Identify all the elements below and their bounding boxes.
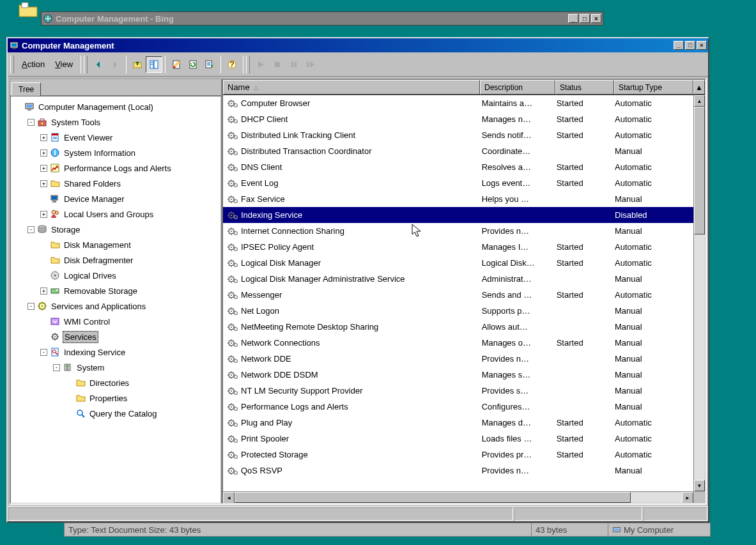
expand-toggle[interactable]: + bbox=[40, 150, 47, 157]
svg-point-92 bbox=[231, 262, 233, 264]
service-name: Distributed Link Tracking Client bbox=[241, 130, 355, 140]
bg-maximize-button[interactable]: □ bbox=[580, 14, 590, 23]
back-button[interactable] bbox=[90, 56, 107, 73]
tree-item[interactable]: +Event Viewer bbox=[12, 130, 219, 145]
scroll-right-button[interactable]: ► bbox=[682, 492, 693, 503]
service-row[interactable]: Network ConnectionsManages o…StartedManu… bbox=[223, 335, 693, 351]
service-row[interactable]: NetMeeting Remote Desktop SharingAllows … bbox=[223, 319, 693, 335]
tree-item[interactable]: Disk Management bbox=[12, 237, 219, 252]
tree-tab[interactable]: Tree bbox=[12, 82, 41, 96]
minimize-button[interactable]: _ bbox=[674, 41, 684, 50]
tree-item[interactable]: Properties bbox=[12, 390, 219, 406]
service-row[interactable]: Logical Disk ManagerLogical Disk…Started… bbox=[223, 255, 693, 271]
toolbar-handle-2[interactable] bbox=[84, 56, 88, 73]
svg-rect-38 bbox=[52, 196, 57, 199]
expand-toggle[interactable]: + bbox=[40, 165, 47, 172]
scroll-up-button[interactable]: ▲ bbox=[694, 95, 705, 107]
tree-item[interactable]: -Services and Applications bbox=[12, 298, 219, 314]
status-cell-1 bbox=[8, 507, 513, 521]
tree-item[interactable]: -Indexing Service bbox=[12, 344, 219, 360]
column-description[interactable]: Description bbox=[480, 80, 555, 95]
tree-item-label: Shared Folders bbox=[63, 178, 122, 189]
close-button[interactable]: × bbox=[697, 41, 707, 50]
expand-toggle[interactable]: + bbox=[40, 180, 47, 187]
expand-toggle[interactable]: - bbox=[40, 349, 47, 356]
vertical-scrollbar[interactable]: ▲ ▼ bbox=[693, 95, 705, 491]
tree-item[interactable]: Disk Defragmenter bbox=[12, 252, 219, 268]
svg-point-77 bbox=[231, 182, 233, 184]
horizontal-scrollbar[interactable]: ◄ ► bbox=[223, 491, 693, 503]
service-row[interactable]: Fax ServiceHelps you …Manual bbox=[223, 191, 693, 207]
tree-item[interactable]: +iSystem Information bbox=[12, 145, 219, 160]
service-row[interactable]: Event LogLogs event…StartedAutomatic bbox=[223, 175, 693, 191]
scroll-thumb-h[interactable] bbox=[235, 492, 631, 503]
export-list-button[interactable] bbox=[201, 56, 218, 73]
column-status[interactable]: Status bbox=[555, 80, 614, 95]
expand-toggle[interactable]: + bbox=[40, 134, 47, 141]
service-row[interactable]: Net LogonSupports p…Manual bbox=[223, 303, 693, 319]
properties-button[interactable] bbox=[168, 56, 185, 73]
expand-toggle[interactable]: - bbox=[27, 119, 35, 126]
scroll-down-button[interactable]: ▼ bbox=[694, 480, 705, 491]
service-row[interactable]: DNS ClientResolves a…StartedAutomatic bbox=[223, 159, 693, 175]
service-list[interactable]: Computer BrowserMaintains a…StartedAutom… bbox=[223, 95, 693, 479]
bg-close-button[interactable]: × bbox=[591, 14, 601, 23]
svg-point-125 bbox=[231, 438, 233, 440]
tree-item[interactable]: Services bbox=[12, 329, 219, 344]
scroll-thumb[interactable] bbox=[694, 107, 705, 234]
service-row[interactable]: MessengerSends and …StartedAutomatic bbox=[223, 287, 693, 303]
help-button[interactable]: ? bbox=[224, 56, 240, 73]
menu-action[interactable]: Action bbox=[17, 57, 50, 72]
service-row[interactable]: Computer BrowserMaintains a…StartedAutom… bbox=[223, 95, 693, 111]
service-row[interactable]: Print SpoolerLoads files …StartedAutomat… bbox=[223, 431, 693, 447]
scroll-left-button[interactable]: ◄ bbox=[223, 492, 235, 503]
service-row[interactable]: Plug and PlayManages d…StartedAutomatic bbox=[223, 415, 693, 431]
toolbar-handle[interactable] bbox=[10, 56, 14, 73]
show-tree-button[interactable] bbox=[146, 56, 162, 73]
tree-item[interactable]: +Removable Storage bbox=[12, 283, 219, 298]
tree-item[interactable]: Query the Catalog bbox=[12, 406, 219, 421]
refresh-button[interactable] bbox=[185, 56, 201, 73]
service-row[interactable]: IPSEC Policy AgentManages I…StartedAutom… bbox=[223, 239, 693, 255]
tree-item[interactable]: +Local Users and Groups bbox=[12, 206, 219, 222]
service-row[interactable]: Performance Logs and AlertsConfigures…Ma… bbox=[223, 399, 693, 415]
tree-item[interactable]: -Storage bbox=[12, 222, 219, 237]
tree-item[interactable]: WMI Control bbox=[12, 314, 219, 329]
tree-item[interactable]: +Performance Logs and Alerts bbox=[12, 160, 219, 176]
toolbar-handle-3[interactable] bbox=[246, 56, 250, 73]
bg-minimize-button[interactable]: _ bbox=[568, 14, 578, 23]
menu-view[interactable]: View bbox=[50, 57, 78, 72]
service-row[interactable]: Distributed Transaction CoordinatorCoord… bbox=[223, 143, 693, 159]
service-row[interactable]: Distributed Link Tracking ClientSends no… bbox=[223, 127, 693, 143]
maximize-button[interactable]: □ bbox=[685, 41, 695, 50]
service-row[interactable]: NT LM Security Support ProviderProvides … bbox=[223, 383, 693, 399]
tree-item[interactable]: +Shared Folders bbox=[12, 176, 219, 191]
tree-view[interactable]: Computer Management (Local)-System Tools… bbox=[10, 96, 221, 503]
expand-toggle[interactable]: - bbox=[27, 226, 35, 233]
tree-item[interactable]: Computer Management (Local) bbox=[12, 99, 219, 114]
service-row[interactable]: DHCP ClientManages n…StartedAutomatic bbox=[223, 111, 693, 127]
service-row[interactable]: Logical Disk Manager Administrative Serv… bbox=[223, 271, 693, 287]
up-folder-button[interactable] bbox=[129, 56, 146, 73]
service-row[interactable]: Internet Connection SharingProvides n…Ma… bbox=[223, 223, 693, 239]
tree-item[interactable]: Device Manager bbox=[12, 191, 219, 206]
expand-toggle[interactable]: + bbox=[40, 288, 47, 295]
expand-toggle[interactable]: - bbox=[53, 364, 60, 371]
query-icon bbox=[75, 408, 86, 418]
tree-item[interactable]: Directories bbox=[12, 375, 219, 390]
expand-toggle[interactable]: - bbox=[27, 303, 35, 310]
column-startup-type[interactable]: Startup Type bbox=[614, 80, 693, 95]
expand-toggle[interactable]: + bbox=[40, 211, 47, 218]
service-row[interactable]: Protected StorageProvides pr…StartedAuto… bbox=[223, 447, 693, 463]
service-row[interactable]: Network DDEProvides n…Manual bbox=[223, 351, 693, 367]
service-row[interactable]: QoS RSVPProvides n…Manual bbox=[223, 463, 693, 479]
column-name[interactable]: Name△ bbox=[223, 80, 480, 95]
tree-item[interactable]: -System bbox=[12, 360, 219, 375]
service-startup: Manual bbox=[611, 386, 693, 395]
service-row[interactable]: Indexing ServiceDisabled bbox=[223, 207, 693, 223]
tree-item[interactable]: -System Tools bbox=[12, 114, 219, 130]
service-row[interactable]: Network DDE DSDMManages s…Manual bbox=[223, 367, 693, 383]
tree-item[interactable]: Logical Drives bbox=[12, 268, 219, 283]
bg-status-right: My Computer bbox=[608, 523, 710, 536]
svg-point-65 bbox=[231, 118, 233, 120]
